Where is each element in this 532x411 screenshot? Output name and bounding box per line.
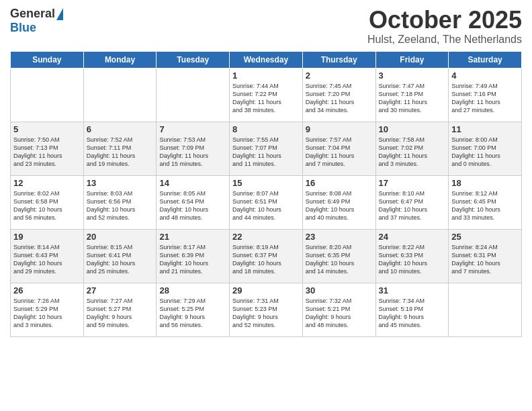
day-number: 15 xyxy=(232,178,300,188)
day-info: Sunrise: 7:32 AM Sunset: 5:21 PM Dayligh… xyxy=(306,297,373,330)
calendar-cell: 8Sunrise: 7:55 AM Sunset: 7:07 PM Daylig… xyxy=(230,122,303,175)
day-number: 6 xyxy=(87,124,154,134)
month-title: October 2025 xyxy=(367,7,522,34)
day-number: 21 xyxy=(159,232,226,242)
calendar-cell: 25Sunrise: 8:24 AM Sunset: 6:31 PM Dayli… xyxy=(449,229,522,283)
day-number: 1 xyxy=(232,71,300,81)
col-friday: Friday xyxy=(375,51,449,68)
calendar-table: Sunday Monday Tuesday Wednesday Thursday… xyxy=(10,51,522,337)
day-number: 26 xyxy=(13,285,81,295)
calendar-cell: 6Sunrise: 7:52 AM Sunset: 7:11 PM Daylig… xyxy=(83,122,157,175)
logo-triangle-icon xyxy=(56,8,63,20)
day-number: 11 xyxy=(451,124,519,134)
day-info: Sunrise: 8:12 AM Sunset: 6:45 PM Dayligh… xyxy=(451,189,519,222)
col-tuesday: Tuesday xyxy=(157,51,230,68)
day-number: 17 xyxy=(379,178,446,188)
day-number: 12 xyxy=(13,178,81,188)
calendar-cell: 12Sunrise: 8:02 AM Sunset: 6:58 PM Dayli… xyxy=(11,175,84,229)
day-number: 7 xyxy=(159,124,226,134)
calendar-cell: 9Sunrise: 7:57 AM Sunset: 7:04 PM Daylig… xyxy=(302,122,375,175)
day-number: 14 xyxy=(159,178,226,188)
day-number: 3 xyxy=(379,71,446,81)
day-number: 4 xyxy=(451,71,519,81)
header: General Blue October 2025 Hulst, Zeeland… xyxy=(10,7,522,46)
calendar-cell: 18Sunrise: 8:12 AM Sunset: 6:45 PM Dayli… xyxy=(449,175,522,229)
day-number: 18 xyxy=(451,178,519,188)
calendar-cell: 27Sunrise: 7:27 AM Sunset: 5:27 PM Dayli… xyxy=(83,283,157,336)
day-info: Sunrise: 7:29 AM Sunset: 5:25 PM Dayligh… xyxy=(159,297,226,330)
col-thursday: Thursday xyxy=(302,51,375,68)
calendar-cell xyxy=(11,68,84,122)
day-info: Sunrise: 7:31 AM Sunset: 5:23 PM Dayligh… xyxy=(232,297,300,330)
day-info: Sunrise: 7:27 AM Sunset: 5:27 PM Dayligh… xyxy=(87,297,154,330)
day-number: 10 xyxy=(379,124,446,134)
calendar-cell: 13Sunrise: 8:03 AM Sunset: 6:56 PM Dayli… xyxy=(83,175,157,229)
calendar-cell xyxy=(83,68,157,122)
calendar-cell: 14Sunrise: 8:05 AM Sunset: 6:54 PM Dayli… xyxy=(157,175,230,229)
page-container: General Blue October 2025 Hulst, Zeeland… xyxy=(0,0,532,340)
day-info: Sunrise: 8:02 AM Sunset: 6:58 PM Dayligh… xyxy=(13,189,81,222)
calendar-cell: 29Sunrise: 7:31 AM Sunset: 5:23 PM Dayli… xyxy=(230,283,303,336)
day-number: 13 xyxy=(87,178,154,188)
day-info: Sunrise: 7:55 AM Sunset: 7:07 PM Dayligh… xyxy=(232,136,300,169)
day-info: Sunrise: 7:52 AM Sunset: 7:11 PM Dayligh… xyxy=(87,136,154,169)
col-sunday: Sunday xyxy=(11,51,84,68)
week-row-3: 12Sunrise: 8:02 AM Sunset: 6:58 PM Dayli… xyxy=(11,175,522,229)
day-info: Sunrise: 7:57 AM Sunset: 7:04 PM Dayligh… xyxy=(306,136,373,169)
calendar-cell: 15Sunrise: 8:07 AM Sunset: 6:51 PM Dayli… xyxy=(230,175,303,229)
calendar-cell: 11Sunrise: 8:00 AM Sunset: 7:00 PM Dayli… xyxy=(449,122,522,175)
calendar-cell: 28Sunrise: 7:29 AM Sunset: 5:25 PM Dayli… xyxy=(157,283,230,336)
calendar-cell: 26Sunrise: 7:26 AM Sunset: 5:29 PM Dayli… xyxy=(11,283,84,336)
calendar-cell: 22Sunrise: 8:19 AM Sunset: 6:37 PM Dayli… xyxy=(230,229,303,283)
day-info: Sunrise: 7:53 AM Sunset: 7:09 PM Dayligh… xyxy=(159,136,226,169)
col-wednesday: Wednesday xyxy=(230,51,303,68)
day-number: 31 xyxy=(379,285,446,295)
day-info: Sunrise: 8:17 AM Sunset: 6:39 PM Dayligh… xyxy=(159,243,226,276)
col-saturday: Saturday xyxy=(449,51,522,68)
day-number: 27 xyxy=(87,285,154,295)
day-number: 25 xyxy=(451,232,519,242)
week-row-1: 1Sunrise: 7:44 AM Sunset: 7:22 PM Daylig… xyxy=(11,68,522,122)
day-info: Sunrise: 8:15 AM Sunset: 6:41 PM Dayligh… xyxy=(87,243,154,276)
calendar-cell: 7Sunrise: 7:53 AM Sunset: 7:09 PM Daylig… xyxy=(157,122,230,175)
day-number: 16 xyxy=(306,178,373,188)
day-number: 9 xyxy=(306,124,373,134)
day-info: Sunrise: 7:34 AM Sunset: 5:19 PM Dayligh… xyxy=(379,297,446,330)
day-info: Sunrise: 8:24 AM Sunset: 6:31 PM Dayligh… xyxy=(451,243,519,276)
calendar-cell: 16Sunrise: 8:08 AM Sunset: 6:49 PM Dayli… xyxy=(302,175,375,229)
day-info: Sunrise: 8:07 AM Sunset: 6:51 PM Dayligh… xyxy=(232,189,300,222)
col-monday: Monday xyxy=(83,51,157,68)
calendar-cell: 1Sunrise: 7:44 AM Sunset: 7:22 PM Daylig… xyxy=(230,68,303,122)
day-info: Sunrise: 8:19 AM Sunset: 6:37 PM Dayligh… xyxy=(232,243,300,276)
logo: General Blue xyxy=(10,7,63,35)
week-row-5: 26Sunrise: 7:26 AM Sunset: 5:29 PM Dayli… xyxy=(11,283,522,336)
day-info: Sunrise: 8:03 AM Sunset: 6:56 PM Dayligh… xyxy=(87,189,154,222)
title-section: October 2025 Hulst, Zeeland, The Netherl… xyxy=(367,7,522,46)
calendar-cell: 19Sunrise: 8:14 AM Sunset: 6:43 PM Dayli… xyxy=(11,229,84,283)
day-info: Sunrise: 8:10 AM Sunset: 6:47 PM Dayligh… xyxy=(379,189,446,222)
calendar-cell: 5Sunrise: 7:50 AM Sunset: 7:13 PM Daylig… xyxy=(11,122,84,175)
day-number: 8 xyxy=(232,124,300,134)
day-info: Sunrise: 8:20 AM Sunset: 6:35 PM Dayligh… xyxy=(306,243,373,276)
day-info: Sunrise: 7:44 AM Sunset: 7:22 PM Dayligh… xyxy=(232,82,300,115)
day-number: 29 xyxy=(232,285,300,295)
day-info: Sunrise: 7:26 AM Sunset: 5:29 PM Dayligh… xyxy=(13,297,81,330)
calendar-cell xyxy=(157,68,230,122)
logo-blue-text: Blue xyxy=(10,21,36,35)
day-number: 5 xyxy=(13,124,81,134)
day-info: Sunrise: 7:47 AM Sunset: 7:18 PM Dayligh… xyxy=(379,82,446,115)
day-info: Sunrise: 7:50 AM Sunset: 7:13 PM Dayligh… xyxy=(13,136,81,169)
day-number: 22 xyxy=(232,232,300,242)
logo-general-text: General xyxy=(10,7,55,21)
day-info: Sunrise: 8:08 AM Sunset: 6:49 PM Dayligh… xyxy=(306,189,373,222)
day-info: Sunrise: 8:05 AM Sunset: 6:54 PM Dayligh… xyxy=(159,189,226,222)
day-info: Sunrise: 7:49 AM Sunset: 7:16 PM Dayligh… xyxy=(451,82,519,115)
day-number: 24 xyxy=(379,232,446,242)
day-number: 20 xyxy=(87,232,154,242)
day-number: 30 xyxy=(306,285,373,295)
day-number: 23 xyxy=(306,232,373,242)
calendar-cell: 21Sunrise: 8:17 AM Sunset: 6:39 PM Dayli… xyxy=(157,229,230,283)
location-subtitle: Hulst, Zeeland, The Netherlands xyxy=(367,34,522,46)
week-row-2: 5Sunrise: 7:50 AM Sunset: 7:13 PM Daylig… xyxy=(11,122,522,175)
week-row-4: 19Sunrise: 8:14 AM Sunset: 6:43 PM Dayli… xyxy=(11,229,522,283)
